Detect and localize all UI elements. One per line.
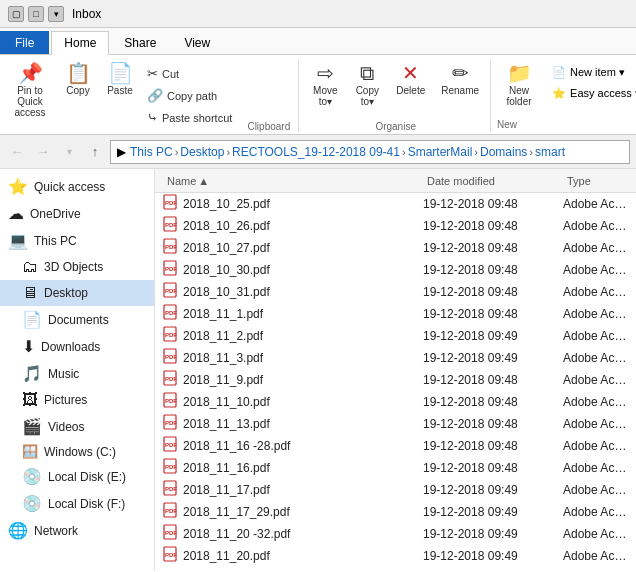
tab-view[interactable]: View: [171, 31, 223, 54]
move-to-button[interactable]: ⇨ Moveto▾: [305, 59, 345, 111]
sidebar-item-3d-objects[interactable]: 🗂 3D Objects: [0, 254, 154, 280]
table-row[interactable]: PDF 2018_10_25.pdf 19-12-2018 09:48 Adob…: [155, 193, 636, 215]
sidebar-item-videos[interactable]: 🎬 Videos: [0, 413, 154, 440]
copy-path-button[interactable]: 🔗 Copy path: [142, 85, 237, 106]
pin-quick-access-button[interactable]: 📌 Pin to Quick access: [4, 59, 56, 132]
recent-button[interactable]: ▾: [58, 141, 80, 163]
sidebar-item-onedrive[interactable]: ☁ OneDrive: [0, 200, 154, 227]
path-smartermail[interactable]: SmarterMail: [408, 145, 473, 159]
clipboard-label: Clipboard: [247, 119, 290, 132]
file-name-text: 2018_11_16.pdf: [183, 461, 270, 475]
network-icon: 🌐: [8, 521, 28, 540]
sidebar-item-windows-c[interactable]: 🪟 Windows (C:): [0, 440, 154, 463]
file-name-text: 2018_11_20.pdf: [183, 549, 270, 563]
sidebar-item-music[interactable]: 🎵 Music: [0, 360, 154, 387]
file-name-text: 2018_11_20 -32.pdf: [183, 527, 290, 541]
table-row[interactable]: PDF 2018_11_16 -28.pdf 19-12-2018 09:48 …: [155, 435, 636, 457]
cut-button[interactable]: ✂ Cut: [142, 63, 237, 84]
clipboard-group: Clipboard: [239, 59, 299, 132]
file-name-cell: PDF 2018_10_27.pdf: [163, 238, 423, 257]
pdf-icon: PDF: [163, 458, 177, 477]
table-row[interactable]: PDF 2018_11_9.pdf 19-12-2018 09:48 Adobe…: [155, 369, 636, 391]
sidebar-item-network[interactable]: 🌐 Network: [0, 517, 154, 544]
table-row[interactable]: PDF 2018_10_31.pdf 19-12-2018 09:48 Adob…: [155, 281, 636, 303]
pdf-icon: PDF: [163, 524, 177, 543]
table-row[interactable]: PDF 2018_11_16.pdf 19-12-2018 09:48 Adob…: [155, 457, 636, 479]
sidebar-item-this-pc[interactable]: 💻 This PC: [0, 227, 154, 254]
sidebar-item-local-disk-f[interactable]: 💿 Local Disk (F:): [0, 490, 154, 517]
col-header-type[interactable]: Type: [563, 175, 628, 187]
path-domains[interactable]: Domains: [480, 145, 527, 159]
new-folder-label: Newfolder: [507, 85, 532, 107]
sidebar-item-downloads[interactable]: ⬇ Downloads: [0, 333, 154, 360]
organise-label: Organise: [375, 119, 416, 132]
table-row[interactable]: PDF 2018_11_20.pdf 19-12-2018 09:49 Adob…: [155, 545, 636, 567]
paste-icon: 📄: [108, 63, 133, 83]
table-row[interactable]: PDF 2018_11_17_29.pdf 19-12-2018 09:49 A…: [155, 501, 636, 523]
sidebar-item-local-disk-e[interactable]: 💿 Local Disk (E:): [0, 463, 154, 490]
copy-to-button[interactable]: ⧉ Copyto▾: [347, 59, 387, 111]
copy-to-icon: ⧉: [360, 63, 374, 83]
col-header-name[interactable]: Name ▲: [163, 175, 423, 187]
table-row[interactable]: PDF 2018_11_13.pdf 19-12-2018 09:48 Adob…: [155, 413, 636, 435]
svg-text:PDF: PDF: [165, 420, 177, 426]
sidebar-item-desktop[interactable]: 🖥 Desktop: [0, 280, 154, 306]
file-name-cell: PDF 2018_11_16 -28.pdf: [163, 436, 423, 455]
ribbon-content: 📌 Pin to Quick access 📋 Copy 📄 Paste ✂ C…: [0, 54, 636, 134]
file-type-cell: Adobe Acrobat: [563, 395, 628, 409]
svg-text:PDF: PDF: [165, 464, 177, 470]
downloads-icon: ⬇: [22, 337, 35, 356]
music-label: Music: [48, 367, 79, 381]
sidebar-item-documents[interactable]: 📄 Documents: [0, 306, 154, 333]
pdf-icon: PDF: [163, 348, 177, 367]
svg-text:PDF: PDF: [165, 552, 177, 558]
table-row[interactable]: PDF 2018_11_20 -32.pdf 19-12-2018 09:49 …: [155, 523, 636, 545]
file-name-cell: PDF 2018_10_26.pdf: [163, 216, 423, 235]
back-button[interactable]: ←: [6, 141, 28, 163]
local-disk-e-label: Local Disk (E:): [48, 470, 126, 484]
local-disk-e-icon: 💿: [22, 467, 42, 486]
new-item-button[interactable]: 📄 New item ▾: [545, 63, 636, 82]
tab-home[interactable]: Home: [51, 31, 109, 55]
table-row[interactable]: PDF 2018_11_17.pdf 19-12-2018 09:49 Adob…: [155, 479, 636, 501]
copy-button[interactable]: 📋 Copy: [58, 59, 98, 132]
path-desktop[interactable]: Desktop: [180, 145, 224, 159]
table-row[interactable]: PDF 2018_11_3.pdf 19-12-2018 09:49 Adobe…: [155, 347, 636, 369]
table-row[interactable]: PDF 2018_10_30.pdf 19-12-2018 09:48 Adob…: [155, 259, 636, 281]
col-header-date[interactable]: Date modified: [423, 175, 563, 187]
up-button[interactable]: ↑: [84, 141, 106, 163]
table-row[interactable]: PDF 2018_11_2.pdf 19-12-2018 09:49 Adobe…: [155, 325, 636, 347]
sidebar-item-quick-access[interactable]: ⭐ Quick access: [0, 173, 154, 200]
rename-button[interactable]: ✏ Rename: [434, 59, 486, 111]
rename-icon: ✏: [452, 63, 469, 83]
file-list-header: Name ▲ Date modified Type: [155, 169, 636, 193]
table-row[interactable]: PDF 2018_11_1.pdf 19-12-2018 09:48 Adobe…: [155, 303, 636, 325]
path-smart[interactable]: smart: [535, 145, 565, 159]
easy-access-button[interactable]: ⭐ Easy access ▾: [545, 84, 636, 103]
forward-button[interactable]: →: [32, 141, 54, 163]
pictures-label: Pictures: [44, 393, 87, 407]
tab-file[interactable]: File: [0, 31, 49, 54]
tab-share[interactable]: Share: [111, 31, 169, 54]
title-icon-1: ▢: [8, 6, 24, 22]
table-row[interactable]: PDF 2018_10_26.pdf 19-12-2018 09:48 Adob…: [155, 215, 636, 237]
delete-button[interactable]: ✕ Delete: [389, 59, 432, 111]
paste-button[interactable]: 📄 Paste: [100, 59, 140, 100]
file-type-cell: Adobe Acrobat: [563, 527, 628, 541]
sidebar-item-pictures[interactable]: 🖼 Pictures: [0, 387, 154, 413]
file-type-cell: Adobe Acrobat: [563, 417, 628, 431]
delete-icon: ✕: [402, 63, 419, 83]
move-to-label: Moveto▾: [313, 85, 337, 107]
table-row[interactable]: PDF 2018_10_27.pdf 19-12-2018 09:48 Adob…: [155, 237, 636, 259]
table-row[interactable]: PDF 2018_11_10.pdf 19-12-2018 09:48 Adob…: [155, 391, 636, 413]
path-rectools[interactable]: RECTOOLS_19-12-2018 09-41: [232, 145, 400, 159]
new-folder-button[interactable]: 📁 Newfolder: [497, 59, 541, 111]
new-group-container: 📁 Newfolder 📄 New item ▾ ⭐ Easy access ▾…: [493, 59, 636, 132]
title-icon-2: □: [28, 6, 44, 22]
path-this-pc[interactable]: This PC: [130, 145, 173, 159]
address-bar[interactable]: ▶ This PC › Desktop › RECTOOLS_19-12-201…: [110, 140, 630, 164]
music-icon: 🎵: [22, 364, 42, 383]
paste-label: Paste: [107, 85, 133, 96]
paste-shortcut-button[interactable]: ⤷ Paste shortcut: [142, 107, 237, 128]
paste-shortcut-label: Paste shortcut: [162, 112, 232, 124]
